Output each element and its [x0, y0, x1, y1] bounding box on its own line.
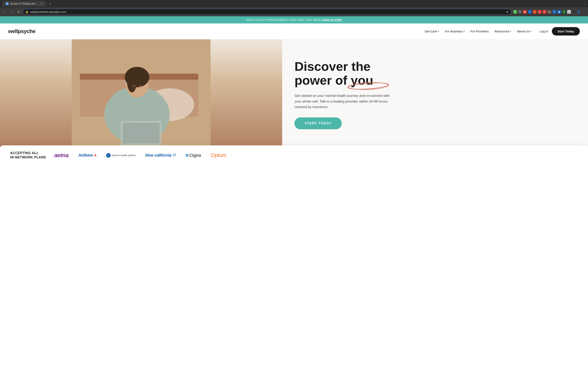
url-display: wellpsychebeta.wpengine.com — [30, 10, 66, 13]
beacon-circle-icon: b — [106, 153, 111, 158]
blue-california-logo: blue california 🛡 — [145, 153, 176, 158]
tab-title: Access to Therapy and Psych... — [10, 2, 39, 5]
hero-description: Get started on your mental health journe… — [294, 93, 392, 110]
ext-camera-icon[interactable]: 📷 — [518, 10, 522, 14]
hero-title: Discover the power of you — [294, 59, 576, 87]
hero-section: Discover the power of you Get started on… — [0, 39, 588, 150]
ext-tool-icon[interactable]: 🔧 — [548, 10, 551, 14]
ext-check-icon[interactable]: ✓ — [528, 10, 532, 14]
ext-circle-icon[interactable]: ◉ — [557, 10, 561, 14]
beacon-logo: b beacon health options — [106, 153, 136, 158]
hero-title-line1: Discover the — [294, 59, 370, 73]
hero-start-today-button[interactable]: START TODAY — [294, 117, 342, 129]
for-business-chevron-icon: ▾ — [463, 30, 465, 33]
tab-close-button[interactable]: ✕ — [40, 2, 43, 5]
nav-resources[interactable]: Resources ▾ — [494, 30, 511, 33]
ext-profile-icon[interactable]: 👤 — [577, 10, 581, 14]
nav-for-providers[interactable]: For Providers — [470, 30, 489, 33]
address-bar-row: ← → ↺ 🔒 wellpsychebeta.wpengine.com ★ S … — [0, 7, 588, 16]
about-us-chevron-icon: ▾ — [530, 30, 532, 33]
aetna-logo: aetna — [54, 152, 69, 159]
optum-logo: Optum — [211, 152, 226, 158]
insurance-bar: ACCEPTING ALL IN-NETWORK PLANS aetna Ant… — [0, 145, 588, 165]
blue-shield-icon: 🛡 — [173, 154, 176, 157]
hero-title-line2: power of — [294, 73, 347, 87]
browser-chrome: W Access to Therapy and Psych... ✕ + ⌄ — [0, 0, 588, 7]
ext-g-icon[interactable]: G — [562, 10, 566, 14]
nav-start-today-button[interactable]: Start Today — [552, 27, 580, 35]
nav-for-business[interactable]: For Business ▾ — [445, 30, 465, 33]
refresh-button[interactable]: ↺ — [16, 9, 21, 15]
banner-text: NEW PATIENT APPOINTMENTS AVAILABLE THIS … — [246, 18, 321, 21]
tab-strip-expand[interactable]: ⌄ — [583, 2, 586, 5]
ext-pinterest-icon[interactable]: P — [543, 10, 546, 14]
hero-title-highlight: you — [351, 73, 373, 87]
ext-shield-icon[interactable]: 🛡 — [553, 10, 556, 14]
hero-content: Discover the power of you Get started on… — [282, 39, 588, 150]
insurance-logos: aetna Anthem ✚ b beacon health options b… — [54, 152, 578, 159]
back-button[interactable]: ← — [2, 9, 7, 15]
extension-icons: S 📷 ▶ ✓ 🖊 S P 🔧 🛡 ◉ G — ⊞ 👤 ⋮ — [513, 10, 586, 14]
hero-visual-bg — [0, 39, 282, 150]
tab-favicon: W — [6, 2, 9, 5]
site-logo[interactable]: wellpsyche — [8, 28, 35, 34]
resources-chevron-icon: ▾ — [510, 30, 511, 33]
anthem-logo: Anthem ✚ — [78, 153, 96, 158]
ext-dash-icon[interactable]: — — [567, 10, 571, 14]
get-care-chevron-icon: ▾ — [438, 30, 439, 33]
ext-extensions-icon[interactable]: ⊞ — [572, 10, 576, 14]
browser-tab[interactable]: W Access to Therapy and Psych... ✕ — [2, 1, 46, 7]
address-bar-icons: ★ — [506, 10, 509, 13]
ext-menu-icon[interactable]: ⋮ — [582, 10, 586, 14]
banner-signup-link[interactable]: SIGN UP NOW — [322, 18, 342, 21]
address-bar[interactable]: 🔒 wellpsychebeta.wpengine.com ★ — [23, 9, 511, 15]
hero-illustration — [0, 39, 282, 150]
ext-play-icon[interactable]: ▶ — [523, 10, 527, 14]
nav-get-care[interactable]: Get Care ▾ — [425, 30, 439, 33]
svg-rect-20 — [72, 39, 210, 150]
hero-image — [0, 39, 282, 150]
ext-s-icon[interactable]: S — [538, 10, 541, 14]
cigna-flower-icon: ✿ — [185, 153, 189, 158]
new-tab-button[interactable]: + — [48, 2, 52, 6]
cigna-logo: ✿ Cigna — [185, 153, 201, 158]
login-link[interactable]: Log in — [540, 30, 548, 33]
ext-spellcheck-icon[interactable]: S — [513, 10, 517, 14]
nav-about-us[interactable]: About Us ▾ — [517, 30, 532, 33]
top-banner: NEW PATIENT APPOINTMENTS AVAILABLE THIS … — [0, 16, 588, 24]
navigation-bar: wellpsyche Get Care ▾ For Business ▾ For… — [0, 24, 588, 39]
accepting-all-text: ACCEPTING ALL IN-NETWORK PLANS — [10, 151, 46, 160]
ext-pen-icon[interactable]: 🖊 — [533, 10, 536, 14]
anthem-cross-icon: ✚ — [94, 154, 96, 157]
nav-links: Get Care ▾ For Business ▾ For Providers … — [425, 30, 532, 33]
forward-button[interactable]: → — [9, 9, 14, 15]
